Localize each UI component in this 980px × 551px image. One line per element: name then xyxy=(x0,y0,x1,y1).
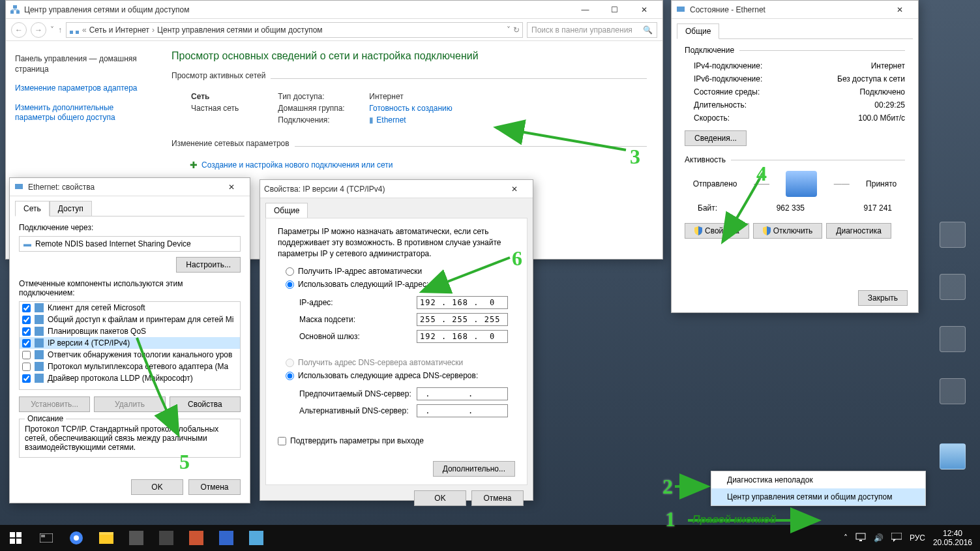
taskview-icon[interactable] xyxy=(31,525,61,551)
ethernet-link[interactable]: Ethernet xyxy=(376,115,406,125)
svg-rect-11 xyxy=(35,350,44,359)
start-button[interactable] xyxy=(0,525,31,551)
component-icon xyxy=(35,315,44,324)
close-button[interactable]: Закрыть xyxy=(858,290,908,306)
volume-icon[interactable]: 🔊 xyxy=(874,533,883,543)
component-item[interactable]: Ответчик обнаружения топологии канальног… xyxy=(20,349,240,361)
tab-general[interactable]: Общие xyxy=(265,203,308,218)
ok-button[interactable]: OK xyxy=(131,479,183,495)
svg-rect-26 xyxy=(891,533,902,539)
configure-button[interactable]: Настроить... xyxy=(176,257,241,273)
component-item[interactable]: Драйвер протокола LLDP (Майкрософт) xyxy=(20,372,240,384)
breadcrumb-part[interactable]: Сеть и Интернет xyxy=(89,25,149,35)
active-networks-label: Просмотр активных сетей xyxy=(171,71,265,80)
svg-rect-1 xyxy=(16,10,20,14)
breadcrumb-dropdown-icon[interactable]: ˅ xyxy=(507,25,511,35)
taskbar-app-icon[interactable] xyxy=(241,525,271,551)
desktop-icon[interactable] xyxy=(936,326,969,365)
components-list[interactable]: Клиент для сетей MicrosoftОбщий доступ к… xyxy=(19,301,241,390)
description-box: Описание Протокол TCP/IP. Стандартный пр… xyxy=(19,419,241,458)
component-properties-button[interactable]: Свойства xyxy=(170,396,241,412)
close-button[interactable]: ✕ xyxy=(499,180,529,198)
properties-button[interactable]: Свойства xyxy=(685,223,749,239)
up-button[interactable]: ↑ xyxy=(58,25,62,35)
history-dropdown-icon[interactable]: ˅ xyxy=(50,25,54,35)
notifications-icon[interactable] xyxy=(891,533,902,544)
radio-manual-ip[interactable]: Использовать следующий IP-адрес: xyxy=(286,280,515,289)
dns1-input[interactable] xyxy=(417,387,508,400)
device-box: ▬ Remote NDIS based Internet Sharing Dev… xyxy=(19,236,241,252)
minimize-button[interactable]: — xyxy=(571,1,600,19)
back-button[interactable]: ← xyxy=(11,22,27,38)
gateway-input[interactable] xyxy=(417,330,508,343)
search-input[interactable]: Поиск в панели управления 🔍 xyxy=(527,22,657,38)
ok-button[interactable]: OK xyxy=(414,490,466,506)
cancel-button[interactable]: Отмена xyxy=(471,490,524,506)
tab-sharing[interactable]: Доступ xyxy=(50,201,92,216)
desktop-icon[interactable] xyxy=(936,378,969,417)
uninstall-button[interactable]: Удалить xyxy=(94,396,165,412)
maximize-button[interactable]: ☐ xyxy=(600,1,629,19)
radio-auto-ip[interactable]: Получить IP-адрес автоматически xyxy=(286,267,515,276)
sidebar-adapter-settings[interactable]: Изменение параметров адаптера xyxy=(15,83,147,94)
component-item[interactable]: Клиент для сетей Microsoft xyxy=(20,302,240,314)
svg-rect-25 xyxy=(859,540,862,541)
install-button[interactable]: Установить... xyxy=(19,396,90,412)
sidebar-home[interactable]: Панель управления — домашняя страница xyxy=(15,54,147,74)
close-button[interactable]: ✕ xyxy=(629,1,659,19)
toolbar: ← → ˅ ↑ « Сеть и Интернет › Центр управл… xyxy=(6,19,662,41)
validate-checkbox[interactable]: Подтвердить параметры при выходе xyxy=(278,436,515,445)
forward-button[interactable]: → xyxy=(31,22,46,38)
refresh-icon[interactable]: ↻ xyxy=(513,25,520,35)
svg-rect-0 xyxy=(10,10,14,14)
close-button[interactable]: ✕ xyxy=(885,1,914,19)
desktop-icon[interactable] xyxy=(936,222,969,261)
details-button[interactable]: Сведения... xyxy=(685,130,747,146)
homegroup-link[interactable]: Готовность к созданию xyxy=(369,104,452,113)
recycle-bin-icon[interactable] xyxy=(936,443,969,483)
annotation-number: 6 xyxy=(512,246,522,271)
tab-network[interactable]: Сеть xyxy=(15,201,50,216)
sidebar-sharing-settings[interactable]: Изменить дополнительные параметры общего… xyxy=(15,103,147,123)
network-tray-icon[interactable] xyxy=(855,533,866,544)
clock[interactable]: 12:40 20.05.2016 xyxy=(933,529,972,548)
close-button[interactable]: ✕ xyxy=(216,178,246,196)
annotation-number: 1 xyxy=(665,507,676,531)
tab-general[interactable]: Общие xyxy=(677,23,719,39)
breadcrumb[interactable]: « Сеть и Интернет › Центр управления сет… xyxy=(66,22,523,38)
advanced-button[interactable]: Дополнительно... xyxy=(433,461,515,477)
taskbar-app-icon[interactable] xyxy=(211,525,241,551)
diagnose-button[interactable]: Диагностика xyxy=(826,223,891,239)
dns2-input[interactable] xyxy=(417,404,508,417)
radio-manual-dns[interactable]: Использовать следующие адреса DNS-сервер… xyxy=(286,371,515,380)
cancel-button[interactable]: Отмена xyxy=(188,479,241,495)
component-item[interactable]: Общий доступ к файлам и принтерам для се… xyxy=(20,314,240,325)
chrome-icon[interactable] xyxy=(61,525,91,551)
svg-rect-19 xyxy=(41,535,45,537)
new-connection-link[interactable]: ✚ Создание и настройка нового подключени… xyxy=(190,160,647,170)
tray-chevron-icon[interactable]: ˄ xyxy=(844,533,848,543)
network-type: Частная сеть xyxy=(191,104,239,113)
taskbar-app-icon[interactable] xyxy=(121,525,151,551)
taskbar-app-icon[interactable] xyxy=(151,525,181,551)
taskbar-app-icon[interactable] xyxy=(181,525,211,551)
desktop-icon[interactable] xyxy=(936,274,969,313)
component-item[interactable]: IP версии 4 (TCP/IPv4) xyxy=(20,337,240,349)
language-indicator[interactable]: РУС xyxy=(910,533,925,543)
ip-address-input[interactable] xyxy=(417,296,508,309)
component-item[interactable]: Планировщик пакетов QoS xyxy=(20,325,240,337)
subnet-mask-input[interactable] xyxy=(417,313,508,326)
network-context-menu: Диагностика неполадок Центр управления с… xyxy=(711,471,926,506)
plus-icon: ✚ xyxy=(190,160,198,170)
radio-auto-dns: Получить адрес DNS-сервера автоматически xyxy=(286,358,515,367)
component-icon xyxy=(35,327,44,336)
component-item[interactable]: Протокол мультиплексора сетевого адаптер… xyxy=(20,361,240,372)
svg-rect-7 xyxy=(35,303,44,312)
disable-button[interactable]: Отключить xyxy=(753,223,823,239)
window-title: Ethernet: свойства xyxy=(28,183,216,192)
breadcrumb-part[interactable]: Центр управления сетями и общим доступом xyxy=(157,25,323,35)
titlebar: Ethernet: свойства ✕ xyxy=(10,178,250,196)
ctx-network-center[interactable]: Центр управления сетями и общим доступом xyxy=(711,488,925,505)
explorer-icon[interactable] xyxy=(91,525,121,551)
ctx-troubleshoot[interactable]: Диагностика неполадок xyxy=(711,471,925,488)
